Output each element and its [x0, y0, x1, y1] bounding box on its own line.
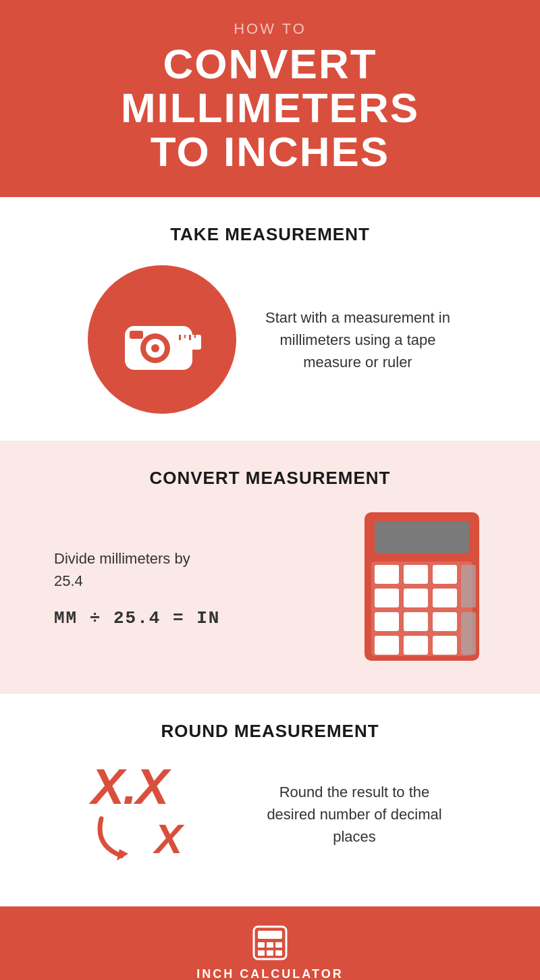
svg-marker-27	[117, 849, 128, 861]
round-description: Round the result to the desired number o…	[260, 781, 449, 848]
svg-point-8	[151, 344, 159, 352]
round-left: X.X X	[91, 762, 240, 866]
section-convert: CONVERT MEASUREMENT Divide millimeters b…	[0, 441, 540, 694]
x-label: X	[155, 818, 182, 860]
header-title: CONVERT MILLIMETERS TO INCHES	[40, 42, 500, 173]
svg-rect-22	[433, 612, 457, 631]
header-title-line1: CONVERT MILLIMETERS	[121, 40, 419, 131]
header-title-line2: TO INCHES	[151, 128, 389, 175]
tape-measure-circle	[88, 265, 236, 414]
svg-rect-30	[258, 942, 265, 948]
xx-label: X.X	[91, 762, 167, 812]
svg-rect-4	[189, 335, 191, 340]
svg-rect-19	[433, 589, 457, 607]
svg-rect-9	[130, 331, 143, 339]
svg-rect-16	[461, 565, 476, 607]
footer-label: INCH CALCULATOR	[196, 967, 343, 980]
svg-rect-23	[461, 612, 476, 655]
svg-rect-29	[258, 931, 282, 939]
svg-rect-15	[433, 565, 457, 584]
svg-rect-21	[404, 612, 428, 631]
svg-rect-5	[194, 335, 196, 338]
svg-rect-31	[267, 942, 273, 948]
header: HOW TO CONVERT MILLIMETERS TO INCHES	[0, 0, 540, 197]
svg-rect-24	[375, 636, 399, 655]
tape-measure-icon	[111, 289, 213, 390]
section-take: TAKE MEASUREMENT Start with	[0, 197, 540, 441]
svg-rect-13	[375, 565, 399, 584]
svg-rect-34	[267, 950, 273, 956]
svg-rect-18	[404, 589, 428, 607]
svg-rect-17	[375, 589, 399, 607]
take-content: Start with a measurement in millimeters …	[20, 265, 520, 414]
convert-description: Divide millimeters by 25.4	[54, 547, 209, 592]
svg-rect-26	[433, 636, 457, 655]
calculator-icon	[358, 509, 486, 664]
take-description: Start with a measurement in millimeters …	[263, 306, 452, 373]
svg-rect-32	[275, 942, 282, 948]
header-how-to: HOW TO	[40, 20, 500, 38]
arrow-icon	[91, 812, 152, 866]
svg-rect-35	[275, 950, 282, 956]
arrow-x-row: X	[91, 812, 182, 866]
convert-left: Divide millimeters by 25.4 MM ÷ 25.4 = I…	[54, 547, 220, 628]
svg-rect-20	[375, 612, 399, 631]
convert-content: Divide millimeters by 25.4 MM ÷ 25.4 = I…	[20, 509, 520, 667]
round-content: X.X X Round the result to the desired nu…	[20, 762, 520, 866]
calculator-wrapper	[358, 509, 486, 667]
svg-rect-11	[375, 521, 469, 553]
svg-rect-33	[258, 950, 265, 956]
round-measurement-title: ROUND MEASUREMENT	[20, 721, 520, 742]
svg-rect-14	[404, 565, 428, 584]
svg-rect-3	[184, 335, 186, 338]
footer: INCH CALCULATOR	[0, 906, 540, 980]
formula: MM ÷ 25.4 = IN	[54, 608, 220, 628]
svg-rect-2	[179, 335, 181, 340]
footer-calculator-icon	[252, 925, 288, 960]
section-round: ROUND MEASUREMENT X.X X Round the result…	[0, 694, 540, 906]
take-measurement-title: TAKE MEASUREMENT	[170, 224, 370, 245]
convert-measurement-title: CONVERT MEASUREMENT	[20, 468, 520, 489]
svg-rect-25	[404, 636, 428, 655]
